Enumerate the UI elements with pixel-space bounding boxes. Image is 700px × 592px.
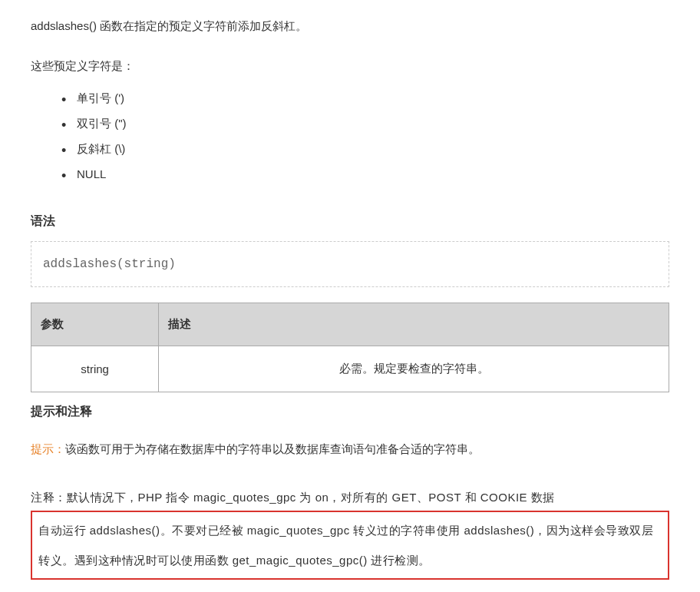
table-header-row: 参数 描述 bbox=[31, 303, 669, 346]
note-highlight-box: 自动运行 addslashes()。不要对已经被 magic_quotes_gp… bbox=[31, 511, 669, 580]
list-item: NULL bbox=[77, 161, 669, 187]
syntax-heading: 语法 bbox=[31, 213, 669, 230]
param-table: 参数 描述 string 必需。规定要检查的字符串。 bbox=[31, 303, 669, 392]
intro-text: addslashes() 函数在指定的预定义字符前添加反斜杠。 bbox=[31, 15, 669, 36]
syntax-code: addslashes(string) bbox=[31, 241, 669, 287]
chars-list: 单引号 (') 双引号 (") 反斜杠 (\) NULL bbox=[31, 85, 669, 187]
table-row: string 必需。规定要检查的字符串。 bbox=[31, 346, 669, 392]
tip-label: 提示： bbox=[31, 442, 65, 455]
table-header: 参数 bbox=[31, 303, 159, 346]
tip-line: 提示：该函数可用于为存储在数据库中的字符串以及数据库查询语句准备合适的字符串。 bbox=[31, 435, 669, 463]
list-item: 单引号 (') bbox=[77, 85, 669, 111]
chars-label: 这些预定义字符是： bbox=[31, 59, 669, 74]
doc-content: addslashes() 函数在指定的预定义字符前添加反斜杠。 这些预定义字符是… bbox=[0, 0, 700, 592]
list-item: 反斜杠 (\) bbox=[77, 136, 669, 161]
note-lead: 默认情况下，PHP 指令 magic_quotes_gpc 为 on，对所有的 … bbox=[67, 491, 555, 504]
table-cell: string bbox=[31, 346, 159, 392]
list-item: 双引号 (") bbox=[77, 111, 669, 136]
tip-text: 该函数可用于为存储在数据库中的字符串以及数据库查询语句准备合适的字符串。 bbox=[65, 442, 480, 455]
note-block: 注释：默认情况下，PHP 指令 magic_quotes_gpc 为 on，对所… bbox=[31, 482, 669, 580]
table-cell: 必需。规定要检查的字符串。 bbox=[159, 346, 669, 392]
table-header: 描述 bbox=[159, 303, 669, 346]
tips-heading: 提示和注释 bbox=[31, 404, 669, 420]
note-label: 注释： bbox=[31, 491, 67, 504]
